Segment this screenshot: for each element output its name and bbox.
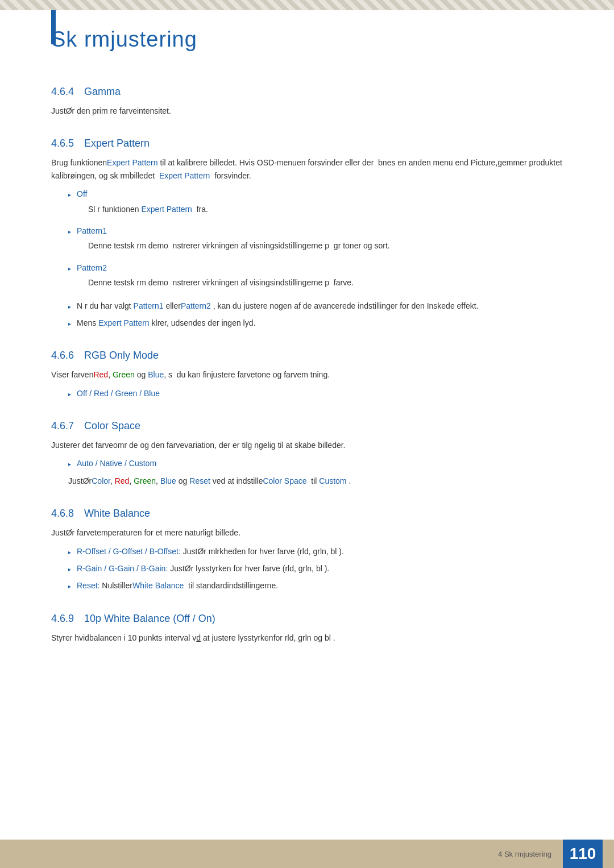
section-4-6-6: 4.6.6 RGB Only Mode Viser farvenRed, Gre… [51,350,563,400]
note-blue-cs: Blue [160,476,176,485]
sub-off: Sl r funktionen Expert Pattern fra. [88,203,563,215]
bullet-content-note1: N r du har valgt Pattern1 ellerPattern2 … [77,300,563,312]
section-number-expert-pattern: 4.6.5 [51,138,74,149]
bullet-icon-offset: ▸ [68,548,71,557]
section-heading-rgb: 4.6.6 RGB Only Mode [51,350,563,362]
label-blue: Blue [148,370,164,379]
highlight-expert-pattern: Expert Pattern [107,158,158,167]
bullet-reset-wb: ▸ Reset: NulstillerWhite Balance til sta… [68,579,563,592]
note-green: Green [134,476,156,485]
section-title-10p-wb: 10p White Balance (Off / On) [84,613,215,625]
bullet-list-expert-pattern: ▸ Off Sl r funktionen Expert Pattern fra… [68,188,563,293]
note-expert-pattern-ref: Expert Pattern [98,318,150,327]
section-title-rgb: RGB Only Mode [84,350,159,362]
page-number-box: 110 [563,840,603,868]
page-title: Sk rmjustering [51,27,563,52]
bullet-rgb-options: ▸ Off / Red / Green / Blue [68,387,563,400]
bullet-offset: ▸ R-Offset / G-Offset / B-Offset: JustØr… [68,545,563,558]
section-body-gamma: JustØr den prim re farveintensitet. [51,105,563,117]
bullet-content-colorspace: Auto / Native / Custom [77,457,563,470]
bullet-colorspace-options: ▸ Auto / Native / Custom [68,457,563,470]
section-4-6-5: 4.6.5 Expert Pattern Brug funktionenExpe… [51,138,563,329]
section-body-wb: JustØr farvetemperaturen for et mere nat… [51,526,563,539]
section-title-wb: White Balance [84,508,150,520]
bullet-list-notes-expert: ▸ N r du har valgt Pattern1 ellerPattern… [68,300,563,330]
highlight-expert-pattern-2: Expert Pattern [159,171,210,180]
section-title-colorspace: Color Space [84,420,140,432]
top-decorative-bar [0,0,614,10]
note-pattern1-ref: Pattern1 [134,301,164,310]
bullet-icon-note1: ▸ [68,302,71,312]
label-red: Red [93,370,108,379]
bullet-icon-off: ▸ [68,190,71,200]
section-title-expert-pattern: Expert Pattern [84,138,150,149]
bullet-content-pattern1: Pattern1 Denne testsk rm demo nstrerer v… [77,225,563,257]
section-body-expert-pattern: Brug funktionenExpert Pattern til at kal… [51,156,563,182]
section-4-6-7: 4.6.7 Color Space Justerer det farveomr … [51,420,563,487]
section-title-gamma: Gamma [84,86,121,98]
bullet-icon-note2: ▸ [68,319,71,329]
note-colorspace-ref: Color Space [263,476,306,485]
bullet-gain: ▸ R-Gain / G-Gain / B-Gain: JustØr lysst… [68,562,563,575]
blue-accent-bar [51,10,56,44]
note-custom: Custom [319,476,346,485]
bullet-content-reset-wb: Reset: NulstillerWhite Balance til stand… [77,579,563,592]
bullet-icon-rgb: ▸ [68,390,71,399]
section-number-colorspace: 4.6.7 [51,420,74,432]
section-number-10p-wb: 4.6.9 [51,613,74,625]
bullet-icon-pattern1: ▸ [68,227,71,236]
bullet-note-pattern-choice: ▸ N r du har valgt Pattern1 ellerPattern… [68,300,563,312]
note-pattern2-ref: Pattern2 [181,301,211,310]
label-gain: R-Gain / G-Gain / B-Gain: [77,564,168,573]
bullet-pattern1: ▸ Pattern1 Denne testsk rm demo nstrerer… [68,225,563,257]
label-green: Green [113,370,135,379]
label-pattern2: Pattern2 [77,263,107,272]
bullet-note-no-sound: ▸ Mens Expert Pattern klrer, udsendes de… [68,317,563,329]
label-reset-wb: Reset: [77,581,99,590]
sub-highlight-off: Expert Pattern [141,205,192,214]
section-heading-gamma: 4.6.4 Gamma [51,86,563,98]
bullet-content-off: Off Sl r funktionen Expert Pattern fra. [77,188,563,220]
bullet-list-wb: ▸ R-Offset / G-Offset / B-Offset: JustØr… [68,545,563,592]
bullet-icon-pattern2: ▸ [68,264,71,273]
page-wrapper: Sk rmjustering 4.6.4 Gamma JustØr den pr… [0,0,614,868]
bullet-content-gain: R-Gain / G-Gain / B-Gain: JustØr lysstyr… [77,562,563,575]
section-number-gamma: 4.6.4 [51,86,74,98]
page-number: 110 [570,845,596,863]
sub-pattern1: Denne testsk rm demo nstrerer virkningen… [88,239,563,252]
section-heading-wb: 4.6.8 White Balance [51,508,563,520]
label-off: Off [77,189,87,198]
section-4-6-4: 4.6.4 Gamma JustØr den prim re farveinte… [51,86,563,117]
reset-wb-ref: White Balance [132,581,184,590]
bullet-content-rgb: Off / Red / Green / Blue [77,387,563,400]
section-body-10p-wb: Styrer hvidbalancen i 10 punkts interval… [51,632,563,644]
note-color: Color [92,476,110,485]
label-offset: R-Offset / G-Offset / B-Offset: [77,547,181,556]
bullet-content-offset: R-Offset / G-Offset / B-Offset: JustØr m… [77,545,563,558]
sub-pattern2: Denne testsk rm demo nstrerer virkningen… [88,276,563,289]
label-rgb-options: Off / Red / Green / Blue [77,389,160,398]
label-colorspace-options: Auto / Native / Custom [77,459,156,468]
bullet-list-rgb: ▸ Off / Red / Green / Blue [68,387,563,400]
bullet-icon-colorspace: ▸ [68,460,71,469]
content-area: Sk rmjustering 4.6.4 Gamma JustØr den pr… [0,10,614,868]
section-number-rgb: 4.6.6 [51,350,74,362]
section-number-wb: 4.6.8 [51,508,74,520]
bullet-pattern2: ▸ Pattern2 Denne testsk rm demo nstrerer… [68,261,563,294]
section-heading-10p-wb: 4.6.9 10p White Balance (Off / On) [51,613,563,625]
bullet-off: ▸ Off Sl r funktionen Expert Pattern fra… [68,188,563,220]
note-red: Red [115,476,130,485]
label-pattern1: Pattern1 [77,226,107,235]
section-body-rgb: Viser farvenRed, Green og Blue, s du kan… [51,368,563,381]
footer-section-label: 4 Sk rmjustering [498,850,551,858]
bullet-content-pattern2: Pattern2 Denne testsk rm demo nstrerer v… [77,261,563,294]
bullet-list-colorspace: ▸ Auto / Native / Custom [68,457,563,470]
section-heading-colorspace: 4.6.7 Color Space [51,420,563,432]
bullet-content-note2: Mens Expert Pattern klrer, udsendes der … [77,317,563,329]
section-body-colorspace: Justerer det farveomr de og den farvevar… [51,439,563,451]
colorspace-note: JustØrColor, Red, Green, Blue og Reset v… [68,475,563,487]
section-heading-expert-pattern: 4.6.5 Expert Pattern [51,138,563,149]
bullet-icon-gain: ▸ [68,565,71,574]
bullet-icon-reset-wb: ▸ [68,582,71,591]
section-4-6-8: 4.6.8 White Balance JustØr farvetemperat… [51,508,563,592]
